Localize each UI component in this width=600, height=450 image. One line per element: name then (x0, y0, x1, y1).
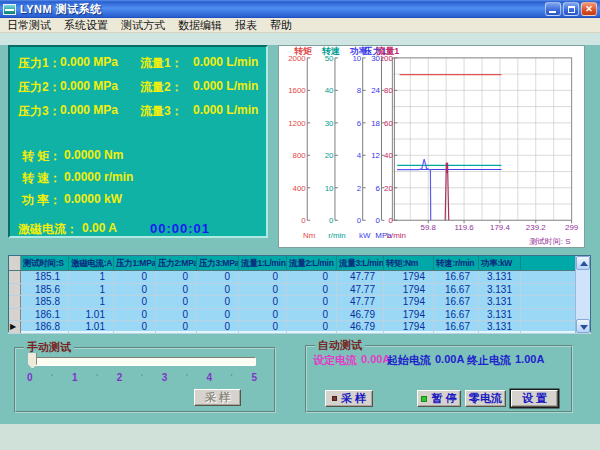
table-cell: 186.8 (21, 321, 69, 333)
readout-value: 0.000 MPa (60, 103, 118, 117)
readout-row: 压力2：0.000 MPa流量2：0.000 L/min (10, 79, 266, 93)
table-cell: 0 (114, 296, 156, 308)
svg-text:59.8: 59.8 (421, 223, 437, 232)
chart-panel: 转矩0400800120016002000Nm转速01020304050r/mi… (278, 45, 585, 248)
pause-label: 暂 停 (431, 391, 456, 406)
manual-test-group: 手动测试 0'1'2'3'4'5 采 样 (14, 347, 276, 413)
menu-item-3[interactable]: 数据编辑 (178, 18, 222, 33)
table-row[interactable]: ▶186.81.010000046.79179416.673.131 (9, 321, 590, 334)
excitation-current-row: 激磁电流： 0.00 A 00:00:01 (10, 221, 266, 235)
table-header-cell[interactable]: 流量3:L/min (337, 256, 384, 270)
readout-panel: 激磁电流： 0.00 A 00:00:01 压力1：0.000 MPa流量1：0… (8, 45, 268, 238)
slider-tick-label: 4 (207, 372, 213, 383)
table-header-cell[interactable]: 流量1:L/min (239, 256, 287, 270)
row-selector (9, 296, 21, 308)
table-cell: 0 (287, 284, 337, 296)
elapsed-timer: 00:00:01 (150, 221, 210, 236)
table-cell: 1 (69, 296, 114, 308)
zero-current-button[interactable]: 零电流 (465, 390, 506, 407)
table-header-cell[interactable]: 压力2:MPa (156, 256, 197, 270)
table-cell: 1794 (384, 271, 434, 283)
readout-row: 压力1：0.000 MPa流量1：0.000 L/min (10, 55, 266, 69)
svg-text:0: 0 (388, 216, 393, 225)
zero-current-label: 零电流 (469, 391, 502, 406)
slider-minor-tick: ' (51, 372, 53, 383)
current-slider-track[interactable] (30, 357, 256, 366)
setup-label: 设 置 (522, 391, 547, 406)
chart-svg: 转矩0400800120016002000Nm转速01020304050r/mi… (279, 46, 584, 247)
slider-minor-tick: ' (96, 372, 98, 383)
end-current-label: 终止电流 (467, 353, 511, 368)
table-row[interactable]: 185.110000047.77179416.673.131 (9, 271, 590, 284)
minimize-button[interactable] (545, 2, 561, 16)
window-controls: ✕ (543, 2, 597, 16)
pause-button[interactable]: 暂 停 (417, 390, 461, 407)
table-cell: 1 (69, 271, 114, 283)
table-cell: 0 (197, 309, 239, 321)
svg-text:2000: 2000 (288, 54, 306, 63)
table-row[interactable]: 185.610000047.77179416.673.131 (9, 284, 590, 297)
menu-item-1[interactable]: 系统设置 (64, 18, 108, 33)
table-header-cell[interactable]: 转速:r/min (434, 256, 479, 270)
readout-value: 0.000 MPa (60, 79, 118, 93)
svg-text:30: 30 (325, 119, 334, 128)
svg-text:299: 299 (565, 223, 579, 232)
table-cell: 1794 (384, 321, 434, 333)
scroll-up-button[interactable] (576, 256, 590, 270)
table-header-cell[interactable]: 压力1:MPa (114, 256, 156, 270)
table-header-cell[interactable]: 激磁电流:A (69, 256, 114, 270)
table-cell: 185.8 (21, 296, 69, 308)
svg-text:40: 40 (325, 86, 334, 95)
table-scrollbar[interactable] (575, 256, 590, 333)
scroll-down-icon (580, 325, 588, 330)
row-selector-header (9, 256, 21, 270)
menu-item-4[interactable]: 报表 (235, 18, 257, 33)
svg-text:10: 10 (352, 54, 361, 63)
svg-text:60: 60 (384, 119, 393, 128)
table-cell: 1794 (384, 309, 434, 321)
table-header-cell[interactable]: 流量2:L/min (287, 256, 337, 270)
menu-item-5[interactable]: 帮助 (270, 18, 292, 33)
scroll-down-button[interactable] (576, 319, 590, 333)
table-cell: 0 (197, 271, 239, 283)
table-cell: 0 (287, 271, 337, 283)
table-cell: 0 (156, 271, 197, 283)
manual-test-title: 手动测试 (24, 341, 74, 354)
table-header-cell[interactable]: 转矩:Nm (384, 256, 434, 270)
close-button[interactable]: ✕ (581, 2, 597, 16)
table-cell: 0 (114, 284, 156, 296)
table-cell: 0 (287, 309, 337, 321)
table-cell: 0 (197, 321, 239, 333)
menu-item-0[interactable]: 日常测试 (7, 18, 51, 33)
slider-minor-tick: ' (186, 372, 188, 383)
setup-button[interactable]: 设 置 (511, 390, 558, 407)
restore-icon (568, 6, 575, 13)
auto-sample-button[interactable]: 采 样 (325, 390, 373, 407)
table-header-cell[interactable]: 功率:kW (479, 256, 521, 270)
table-cell: 0 (114, 321, 156, 333)
readout-label: 转 矩： (22, 148, 61, 165)
menu-item-2[interactable]: 测试方式 (121, 18, 165, 33)
table-cell: 47.77 (337, 296, 384, 308)
current-slider-thumb[interactable] (28, 353, 37, 369)
slider-tick-label: 2 (117, 372, 123, 383)
readout-value: 0.000 L/min (193, 55, 258, 69)
table-cell: 0 (114, 309, 156, 321)
table-cell: 3.131 (479, 284, 521, 296)
table-header-cell[interactable]: 测试时间:S (21, 256, 69, 270)
table-row[interactable]: 185.810000047.77179416.673.131 (9, 296, 590, 309)
readout-row: 转 矩：0.0000 Nm (10, 148, 266, 162)
table-cell: 46.79 (337, 321, 384, 333)
table-header-cell[interactable]: 压力3:MPa (197, 256, 239, 270)
table-row[interactable]: 186.11.010000046.79179416.673.131 (9, 309, 590, 322)
table-cell: 3.131 (479, 309, 521, 321)
series-压力1 (397, 159, 431, 220)
svg-text:400: 400 (293, 184, 307, 193)
table-cell: 0 (156, 284, 197, 296)
set-current-label: 设定电流 (313, 353, 357, 368)
table-cell: 16.67 (434, 296, 479, 308)
restore-button[interactable] (563, 2, 579, 16)
svg-text:800: 800 (293, 151, 307, 160)
excitation-current-value: 0.00 A (82, 221, 117, 235)
excitation-current-label: 激磁电流： (18, 221, 78, 238)
